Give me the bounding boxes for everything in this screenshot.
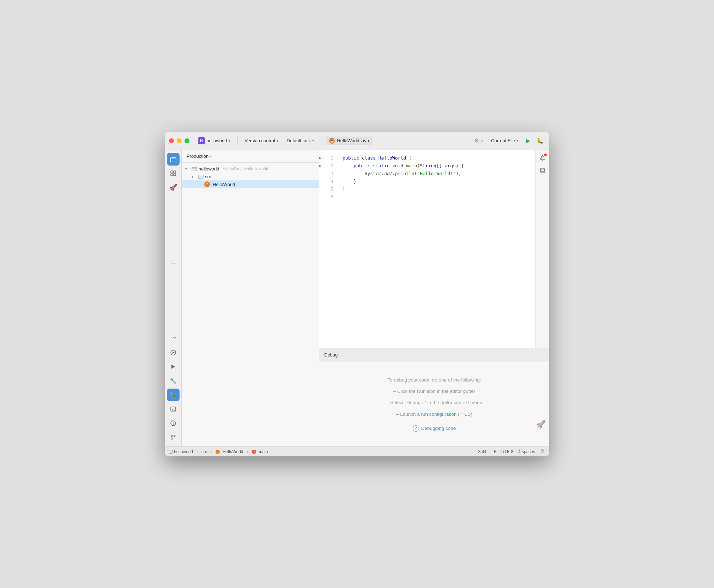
line-numbers: ▶ 1 ▶ 2 3 4 5 6 xyxy=(319,150,337,348)
code-line-6 xyxy=(343,193,530,201)
svg-point-16 xyxy=(540,168,545,170)
debug-minimize-icon[interactable]: — xyxy=(539,352,544,358)
tree-item-src[interactable]: ▾ src xyxy=(182,173,319,180)
sidebar-icon-debug[interactable]: 🐛 xyxy=(167,389,180,401)
sidebar-icon-more[interactable]: ··· xyxy=(167,257,180,269)
run-config-label: Current File xyxy=(491,138,515,143)
version-control-label: Version control xyxy=(245,138,275,143)
status-project-label: helloworld xyxy=(174,449,193,454)
svg-marker-6 xyxy=(173,352,175,354)
tree-item-helloworld[interactable]: ▾ helloworld ~/IdeaProjects/helloworld xyxy=(182,165,319,173)
run-gutter-1[interactable]: ▶ xyxy=(319,155,322,161)
version-control-segment[interactable]: Version control ▾ xyxy=(242,137,281,145)
svg-rect-0 xyxy=(170,158,176,162)
editor-area: ▶ 1 ▶ 2 3 4 5 6 xyxy=(319,150,549,446)
run-gutter-2[interactable]: ▶ xyxy=(319,163,322,169)
line-num-5: 5 xyxy=(319,185,337,193)
editor-panel[interactable]: ▶ 1 ▶ 2 3 4 5 6 xyxy=(319,150,535,348)
line-num-6: 6 xyxy=(319,193,337,201)
sidebar-icon-git[interactable] xyxy=(167,431,180,444)
code-line-3: System.out.println("Hello World!"); xyxy=(343,170,530,178)
titlebar: H helloworld ▾ Version control ▾ Default… xyxy=(165,132,549,150)
line-num-2: ▶ 2 xyxy=(319,162,337,170)
sidebar-icon-grid[interactable] xyxy=(167,167,180,180)
maximize-button[interactable] xyxy=(184,138,189,143)
tree-arrow-src: ▾ xyxy=(192,175,196,179)
debug-instruction-1: To debug your code, do one of the follow… xyxy=(388,376,481,384)
version-control-chevron: ▾ xyxy=(277,139,278,143)
sidebar-icon-rocket[interactable]: 🚀 xyxy=(167,181,180,194)
sidebar-icon-run[interactable] xyxy=(167,360,180,373)
tree-detail-helloworld: ~/IdeaProjects/helloworld xyxy=(223,167,268,171)
code-line-2: public static void main(String[] args) { xyxy=(343,162,530,170)
breadcrumb-arrow-2: › xyxy=(211,449,212,454)
run-config-link[interactable]: run configuration xyxy=(421,412,457,417)
tree-label-src: src xyxy=(205,174,211,179)
tree-label-helloworld-java: HelloWorld xyxy=(213,182,235,187)
main-window: H helloworld ▾ Version control ▾ Default… xyxy=(165,132,549,456)
file-tree-panel: Production ▾ ▾ helloworld ~/IdeaProje xyxy=(182,150,319,446)
titlebar-right: ⚙✕ Current File ▾ ▶ 🐛 xyxy=(471,136,545,146)
status-indent[interactable]: 4 spaces xyxy=(518,449,535,454)
status-method-label: main xyxy=(259,449,268,454)
sidebar-icon-folder[interactable] xyxy=(167,153,180,166)
svg-rect-4 xyxy=(174,174,176,176)
debug-more-icon[interactable]: ⋯ xyxy=(530,352,536,358)
tree-arrow-helloworld: ▾ xyxy=(185,167,190,171)
sidebar-icon-warning[interactable] xyxy=(167,417,180,430)
debug-panel: Debug ⋯ — To debug your code, do one of … xyxy=(319,348,549,446)
status-line-ending[interactable]: LF xyxy=(491,449,496,454)
app-chevron-icon: ▾ xyxy=(229,139,230,143)
file-tree-content: ▾ helloworld ~/IdeaProjects/helloworld ▾ xyxy=(182,163,319,446)
close-button[interactable] xyxy=(169,138,174,143)
status-position[interactable]: 3:44 xyxy=(478,449,486,454)
run-button[interactable]: ▶ xyxy=(523,136,533,146)
file-tree-title: Production xyxy=(187,154,208,159)
sidebar-icon-build[interactable]: 🔧 xyxy=(167,374,180,387)
status-bar: helloworld › src › C HelloWorld › m main… xyxy=(165,446,549,456)
default-task-segment[interactable]: Default task ▾ xyxy=(284,137,317,145)
svg-point-13 xyxy=(171,438,173,439)
code-line-1: public class HelloWorld { xyxy=(343,154,530,162)
sidebar-icon-play-circle[interactable] xyxy=(167,346,180,359)
file-tab-label: HelloWorld.java xyxy=(337,138,369,143)
folder-module-icon xyxy=(192,166,197,172)
file-tree-chevron: ▾ xyxy=(210,154,212,158)
code-content[interactable]: public class HelloWorld { public static … xyxy=(337,150,535,348)
database-icon[interactable] xyxy=(538,166,547,175)
tree-label-helloworld: helloworld xyxy=(199,166,219,172)
divider-1 xyxy=(237,137,238,144)
app-menu-segment[interactable]: H helloworld ▾ xyxy=(195,136,233,146)
minimize-button[interactable] xyxy=(177,138,182,143)
divider-2 xyxy=(321,137,321,144)
run-config-segment[interactable]: Current File ▾ xyxy=(488,137,521,145)
status-method-icon: m xyxy=(252,450,256,454)
notifications-icon[interactable] xyxy=(538,153,547,163)
breadcrumb-arrow-1: › xyxy=(196,449,198,454)
debug-header: Debug ⋯ — xyxy=(319,348,549,362)
svg-rect-8 xyxy=(171,407,176,411)
file-tab[interactable]: ☕ HelloWorld.java xyxy=(326,137,373,145)
status-lock-icon[interactable] xyxy=(540,449,545,455)
svg-rect-3 xyxy=(171,174,173,176)
status-encoding[interactable]: UTF-8 xyxy=(501,449,513,454)
debug-content: To debug your code, do one of the follow… xyxy=(319,362,549,446)
debug-actions: ⋯ — xyxy=(530,352,544,358)
status-project-icon xyxy=(169,450,173,454)
bug-config-icon[interactable]: ⚙✕ xyxy=(471,136,486,145)
sidebar-icon-terminal[interactable] xyxy=(167,403,180,415)
code-line-5: } xyxy=(343,185,530,193)
help-icon: ? xyxy=(413,425,419,432)
status-project[interactable]: helloworld xyxy=(169,449,193,454)
debug-button[interactable]: 🐛 xyxy=(535,136,545,146)
debug-title: Debug xyxy=(324,352,338,358)
file-tree-header[interactable]: Production ▾ xyxy=(182,150,319,163)
tree-item-helloworld-java[interactable]: C HelloWorld xyxy=(182,180,319,188)
breadcrumb-arrow-3: › xyxy=(247,449,248,454)
sidebar-icon-waves[interactable]: 〰 xyxy=(167,332,180,345)
status-right: 3:44 LF UTF-8 4 spaces xyxy=(478,449,545,455)
code-line-4: } xyxy=(343,178,530,185)
app-icon: H xyxy=(198,137,205,144)
notification-badge xyxy=(544,154,547,156)
debugging-code-link[interactable]: Debugging code xyxy=(421,424,456,433)
